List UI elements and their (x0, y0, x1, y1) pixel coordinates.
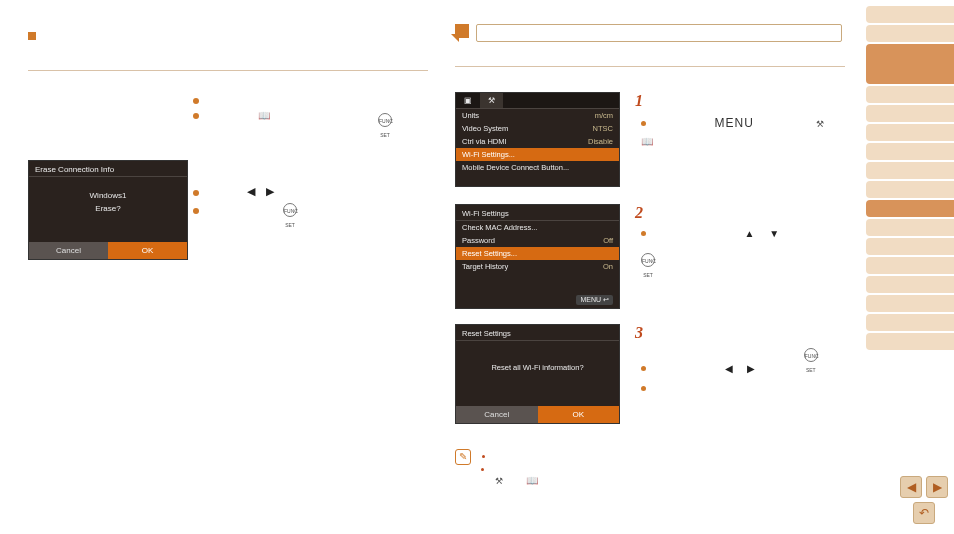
tab-row: ▣ ⚒ (456, 93, 619, 109)
prev-page-button[interactable]: ◀ (900, 476, 922, 498)
bullet-icon (641, 366, 646, 371)
func-set-icon: FUNC SET (641, 253, 655, 267)
sidebar-tab[interactable] (866, 295, 954, 312)
device-name: Windows1 (29, 191, 187, 200)
step-number: 2 (635, 204, 643, 221)
step-number: 1 (635, 92, 643, 109)
sidebar-tab-active[interactable] (866, 44, 954, 84)
sidebar-tab[interactable] (866, 181, 954, 198)
ok-button[interactable]: OK (108, 242, 187, 259)
bullet (193, 95, 205, 105)
camera-screen-erase: Erase Connection Info Windows1 Erase? Ca… (28, 160, 188, 260)
pencil-icon: ✎ (455, 449, 471, 465)
note-bullet-icon (482, 455, 485, 458)
menu-row-label: Ctrl via HDMI (462, 137, 507, 146)
sidebar-tab[interactable] (866, 86, 954, 103)
menu-row-label: Wi-Fi Settings... (462, 150, 515, 159)
menu-row-label: Target History (462, 262, 508, 271)
book-icon: 📖 (526, 475, 538, 486)
page-nav: ◀ ▶ ↶ (900, 476, 948, 524)
divider (455, 66, 845, 67)
screen-title: Reset Settings (456, 325, 619, 341)
sidebar-tab[interactable] (866, 257, 954, 274)
ok-button[interactable]: OK (538, 406, 620, 423)
section-marker-icon (28, 32, 36, 40)
step-1: 1 MENU ⚒ 📖 (635, 92, 824, 147)
sidebar-tab[interactable] (866, 25, 954, 42)
menu-row-label: Check MAC Address... (462, 223, 537, 232)
prompt: Reset all Wi-Fi information? (456, 341, 619, 372)
sidebar-tab[interactable] (866, 276, 954, 293)
left-column: 📖 FUNC SET Erase Connection Info Windows… (28, 30, 428, 71)
sidebar-tab[interactable] (866, 143, 954, 160)
func-set-icon: FUNC SET (378, 113, 392, 127)
sidebar-tab[interactable] (866, 333, 954, 350)
left-right-arrows-icon: ◀ ▶ (725, 363, 762, 374)
menu-row-label: Video System (462, 124, 508, 133)
section-title-box (476, 24, 842, 42)
menu-return-icon[interactable]: MENU ↩ (576, 295, 613, 305)
bullet (193, 205, 205, 215)
bullet-icon (641, 231, 646, 236)
up-down-arrows-icon: ▲ ▼ (745, 228, 786, 239)
menu-row-label: Units (462, 111, 479, 120)
menu-row[interactable]: Target HistoryOn (456, 260, 619, 273)
sidebar-tab[interactable] (866, 219, 954, 236)
menu-row[interactable]: Ctrl via HDMIDisable (456, 135, 619, 148)
prompt: Erase? (29, 204, 187, 213)
step-number: 3 (635, 324, 643, 341)
menu-row-label: Password (462, 236, 495, 245)
bullet-icon (641, 386, 646, 391)
camera-screen-buttons: Cancel OK (29, 242, 187, 259)
sidebar-tab[interactable] (866, 238, 954, 255)
next-page-button[interactable]: ▶ (926, 476, 948, 498)
camera-screen-buttons: Cancel OK (456, 406, 619, 423)
bullet (193, 110, 205, 120)
camera-screen-reset: Reset Settings Reset all Wi-Fi informati… (455, 324, 620, 424)
camera-tab-icon[interactable]: ▣ (456, 93, 480, 108)
menu-row-value: NTSC (593, 124, 613, 133)
menu-row-value: Off (603, 236, 613, 245)
menu-row[interactable]: Unitsm/cm (456, 109, 619, 122)
sidebar-tab[interactable] (866, 314, 954, 331)
menu-row[interactable]: Check MAC Address... (456, 221, 619, 234)
bullet-icon (641, 121, 646, 126)
menu-row-value: m/cm (595, 111, 613, 120)
step-3: 3 ◀ ▶ FUNC SET (635, 324, 818, 394)
bullet: ◀ ▶ (193, 185, 278, 198)
tools-icon: ⚒ (816, 119, 824, 129)
sidebar-tab[interactable] (866, 124, 954, 141)
tools-tab-icon[interactable]: ⚒ (480, 93, 503, 108)
right-column: ▣ ⚒ Unitsm/cmVideo SystemNTSCCtrl via HD… (455, 24, 845, 67)
menu-button-label: MENU (715, 116, 754, 130)
sidebar-tab[interactable] (866, 6, 954, 23)
return-button[interactable]: ↶ (913, 502, 935, 524)
screen-title: Wi-Fi Settings (456, 205, 619, 221)
cancel-button[interactable]: Cancel (29, 242, 108, 259)
menu-row-label: Reset Settings... (462, 249, 517, 258)
left-right-arrows-icon: ◀ ▶ (247, 185, 278, 197)
camera-screen-menu: ▣ ⚒ Unitsm/cmVideo SystemNTSCCtrl via HD… (455, 92, 620, 187)
cancel-button[interactable]: Cancel (456, 406, 538, 423)
step-2: 2 ▲ ▼ FUNC SET (635, 204, 785, 279)
camera-screen-body: Windows1 Erase? (29, 177, 187, 213)
menu-row-value: Disable (588, 137, 613, 146)
section-number-icon (455, 24, 469, 38)
sidebar-tab[interactable] (866, 105, 954, 122)
camera-screen-wifi-settings: Wi-Fi Settings Check MAC Address...Passw… (455, 204, 620, 309)
divider (28, 70, 428, 71)
sidebar-tab[interactable] (866, 162, 954, 179)
menu-row[interactable]: Wi-Fi Settings... (456, 148, 619, 161)
func-set-icon: FUNC SET (283, 203, 297, 217)
camera-screen-title: Erase Connection Info (29, 161, 187, 177)
menu-row[interactable]: Video SystemNTSC (456, 122, 619, 135)
func-set-icon: FUNC SET (804, 348, 818, 362)
menu-row[interactable]: Reset Settings... (456, 247, 619, 260)
sidebar-tabs (866, 6, 954, 350)
menu-row[interactable]: Mobile Device Connect Button... (456, 161, 619, 174)
menu-row[interactable]: PasswordOff (456, 234, 619, 247)
menu-row-label: Mobile Device Connect Button... (462, 163, 569, 172)
book-icon: 📖 (641, 136, 653, 147)
sidebar-tab-current[interactable] (866, 200, 954, 217)
note-block: ✎ ⚒ 📖 (455, 449, 845, 486)
